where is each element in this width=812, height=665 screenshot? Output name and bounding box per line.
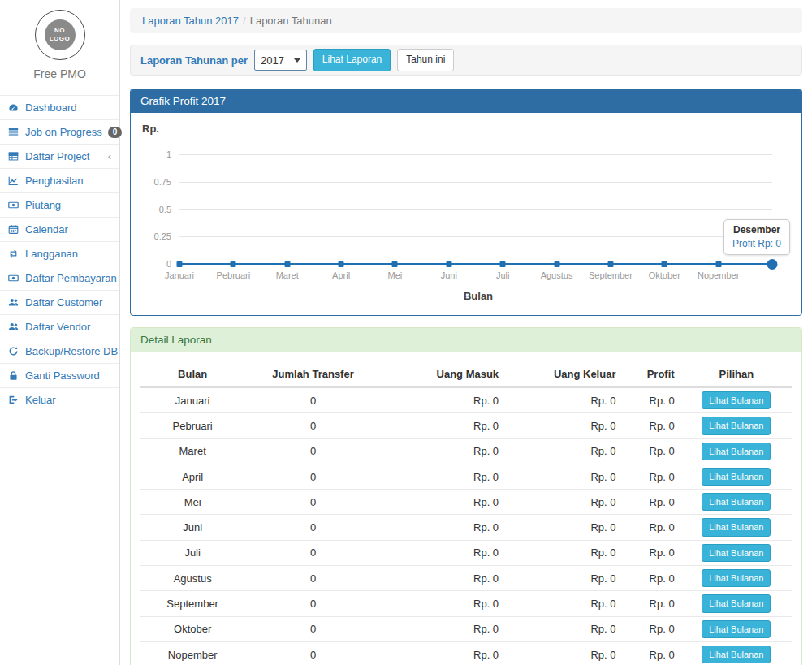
line-chart-icon bbox=[8, 175, 19, 186]
column-header-profit: Profit bbox=[622, 361, 680, 387]
data-point-mei[interactable] bbox=[392, 261, 398, 267]
data-point-pebruari[interactable] bbox=[231, 261, 236, 267]
sidebar-item-label: Job on Progress bbox=[25, 126, 102, 138]
month-cell: Januari bbox=[140, 387, 244, 413]
sidebar-item-ganti-password[interactable]: Ganti Password bbox=[0, 364, 119, 388]
detail-report-panel-title: Detail Laporan bbox=[131, 328, 801, 352]
view-monthly-button-oktober[interactable]: Lihat Bulanan bbox=[702, 620, 771, 638]
transfer-count-cell: 0 bbox=[244, 387, 381, 413]
sidebar-item-daftar-customer[interactable]: Daftar Customer bbox=[0, 291, 119, 315]
month-cell: Oktober bbox=[140, 616, 244, 641]
action-cell: Lihat Bulanan bbox=[681, 490, 792, 515]
month-cell: Nopember bbox=[140, 641, 244, 665]
current-year-button[interactable]: Tahun ini bbox=[397, 49, 454, 71]
money-in-cell: Rp. 0 bbox=[382, 438, 505, 464]
data-point-nopember[interactable] bbox=[715, 261, 721, 267]
sidebar-item-daftar-project[interactable]: Daftar Project‹ bbox=[0, 145, 119, 169]
data-point-agustus[interactable] bbox=[554, 261, 559, 267]
table-row-april: April0Rp. 0Rp. 0Rp. 0Lihat Bulanan bbox=[140, 464, 792, 489]
sidebar-item-keluar[interactable]: Keluar bbox=[0, 388, 119, 412]
sidebar-item-label: Dashboard bbox=[25, 101, 77, 114]
profit-cell: Rp. 0 bbox=[622, 641, 680, 665]
brand-name: Free PMO bbox=[0, 67, 119, 80]
transfer-count-cell: 0 bbox=[244, 438, 381, 464]
data-point-april[interactable] bbox=[339, 261, 344, 267]
transfer-count-cell: 0 bbox=[244, 540, 381, 565]
x-tick-label: September bbox=[589, 270, 633, 280]
action-cell: Lihat Bulanan bbox=[681, 387, 792, 413]
detail-report-body: BulanJumlah TransferUang MasukUang Kelua… bbox=[131, 352, 801, 665]
sidebar-item-label: Backup/Restore DB bbox=[25, 345, 118, 357]
chart-tooltip: Desember Profit Rp: 0 bbox=[723, 219, 790, 255]
sidebar-item-dashboard[interactable]: Dashboard bbox=[0, 96, 119, 120]
x-tick-label: Juli bbox=[496, 270, 510, 280]
gridline bbox=[179, 209, 772, 210]
table-icon bbox=[8, 151, 19, 162]
view-monthly-button-maret[interactable]: Lihat Bulanan bbox=[702, 443, 771, 460]
money-in-cell: Rp. 0 bbox=[382, 641, 505, 665]
refresh-icon bbox=[8, 346, 19, 356]
money-in-cell: Rp. 0 bbox=[382, 515, 505, 540]
y-tick-label: 0 bbox=[166, 259, 171, 269]
money-in-cell: Rp. 0 bbox=[382, 464, 505, 489]
view-monthly-button-agustus[interactable]: Lihat Bulanan bbox=[702, 569, 771, 587]
year-select[interactable]: 2017 bbox=[254, 50, 307, 71]
breadcrumb-divider: / bbox=[243, 15, 246, 27]
main-content: Laporan Tahun 2017/Laporan Tahunan Lapor… bbox=[120, 0, 812, 665]
logo-text-line2: LOGO bbox=[50, 35, 71, 43]
money-out-cell: Rp. 0 bbox=[505, 490, 622, 515]
data-point-september[interactable] bbox=[607, 261, 613, 267]
sidebar-item-job-on-progress[interactable]: Job on Progress0 bbox=[0, 120, 119, 145]
profit-line-chart: 10.750.50.250JanuariPebruariMaretAprilMe… bbox=[179, 154, 772, 264]
x-tick-label: April bbox=[332, 270, 350, 280]
view-monthly-button-september[interactable]: Lihat Bulanan bbox=[702, 594, 771, 612]
x-tick-label: Juni bbox=[441, 270, 457, 280]
sidebar-item-backup-restore-db[interactable]: Backup/Restore DB bbox=[0, 339, 119, 364]
money-out-cell: Rp. 0 bbox=[505, 413, 622, 438]
transfer-count-cell: 0 bbox=[244, 490, 381, 515]
sidebar-item-daftar-pembayaran[interactable]: Daftar Pembayaran bbox=[0, 266, 119, 291]
table-row-juni: Juni0Rp. 0Rp. 0Rp. 0Lihat Bulanan bbox=[140, 515, 792, 540]
view-monthly-button-juli[interactable]: Lihat Bulanan bbox=[702, 544, 771, 562]
breadcrumb-active: Laporan Tahunan bbox=[250, 15, 332, 27]
breadcrumb-link[interactable]: Laporan Tahun 2017 bbox=[142, 15, 239, 27]
view-monthly-button-januari[interactable]: Lihat Bulanan bbox=[702, 391, 771, 409]
sidebar: NO LOGO Free PMO DashboardJob on Progres… bbox=[0, 0, 120, 665]
data-point-januari[interactable] bbox=[177, 261, 183, 267]
transfer-count-cell: 0 bbox=[244, 464, 381, 489]
x-tick-label: Pebruari bbox=[217, 270, 251, 280]
action-cell: Lihat Bulanan bbox=[681, 540, 792, 565]
money-out-cell: Rp. 0 bbox=[505, 464, 622, 489]
data-point-desember[interactable] bbox=[767, 259, 778, 270]
action-cell: Lihat Bulanan bbox=[681, 641, 792, 665]
data-point-juli[interactable] bbox=[500, 261, 506, 267]
view-monthly-button-juni[interactable]: Lihat Bulanan bbox=[702, 518, 771, 536]
profit-cell: Rp. 0 bbox=[622, 413, 680, 438]
table-row-september: September0Rp. 0Rp. 0Rp. 0Lihat Bulanan bbox=[140, 591, 792, 616]
view-monthly-button-nopember[interactable]: Lihat Bulanan bbox=[702, 646, 771, 663]
column-header-pilihan: Pilihan bbox=[681, 361, 792, 387]
money-in-cell: Rp. 0 bbox=[382, 616, 505, 641]
data-point-juni[interactable] bbox=[446, 261, 451, 267]
month-cell: Juli bbox=[140, 540, 244, 565]
sidebar-item-penghasilan[interactable]: Penghasilan bbox=[0, 169, 119, 193]
sidebar-item-calendar[interactable]: Calendar bbox=[0, 218, 119, 242]
sidebar-item-daftar-vendor[interactable]: Daftar Vendor bbox=[0, 315, 119, 339]
view-monthly-button-mei[interactable]: Lihat Bulanan bbox=[702, 493, 771, 511]
lock-icon bbox=[8, 370, 19, 381]
money-in-cell: Rp. 0 bbox=[382, 490, 505, 515]
sidebar-item-piutang[interactable]: Piutang bbox=[0, 193, 119, 218]
y-tick-label: 0.5 bbox=[159, 205, 171, 214]
column-header-bulan: Bulan bbox=[140, 361, 244, 387]
y-tick-label: 0.25 bbox=[154, 231, 171, 241]
x-tick-label: Mei bbox=[388, 270, 403, 280]
view-monthly-button-april[interactable]: Lihat Bulanan bbox=[702, 468, 771, 486]
data-point-maret[interactable] bbox=[284, 261, 290, 267]
profit-cell: Rp. 0 bbox=[622, 540, 680, 565]
view-report-button[interactable]: Lihat Laporan bbox=[313, 49, 391, 71]
sidebar-item-langganan[interactable]: Langganan bbox=[0, 242, 119, 266]
year-select-value: 2017 bbox=[261, 54, 284, 67]
view-monthly-button-pebruari[interactable]: Lihat Bulanan bbox=[702, 417, 771, 434]
data-point-oktober[interactable] bbox=[662, 261, 667, 267]
transfer-count-cell: 0 bbox=[244, 413, 381, 438]
